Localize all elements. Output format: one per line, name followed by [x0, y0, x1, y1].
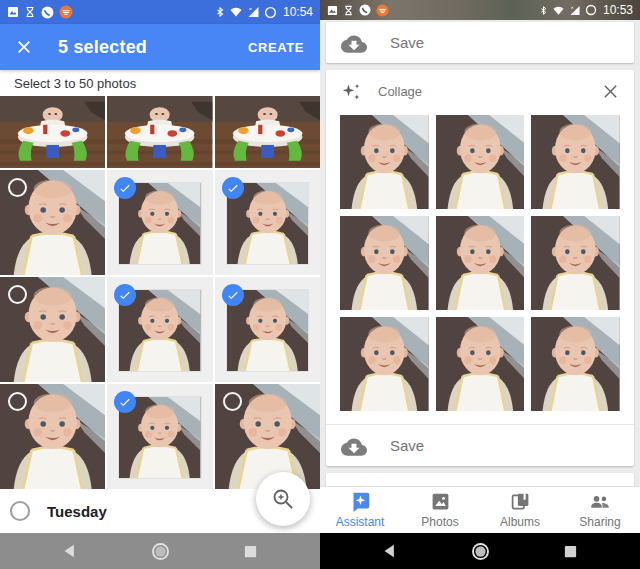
system-status-icons: 10:53 [539, 3, 633, 17]
left-phone-screen: 10:54 5 selected CREATE Select 3 to 50 p… [0, 0, 320, 569]
phone-notification-icon [359, 4, 371, 16]
bluetooth-icon [539, 5, 548, 16]
photo-cell[interactable] [107, 170, 212, 275]
assistant-icon [350, 491, 371, 512]
photo-selection-grid [0, 96, 320, 489]
unselected-circle-icon[interactable] [8, 392, 27, 411]
right-phone-screen: 10:53 Save Collage [320, 0, 640, 569]
photo-cell[interactable] [0, 277, 105, 382]
cell-signal-icon [569, 5, 581, 16]
tab-assistant[interactable]: Assistant [320, 487, 400, 533]
collage-photo [531, 317, 620, 411]
screenshot-canvas: 10:54 5 selected CREATE Select 3 to 50 p… [0, 0, 640, 569]
collage-title: Collage [378, 84, 422, 99]
selected-check-icon[interactable] [222, 284, 244, 306]
left-android-nav-bar [0, 533, 320, 569]
dismiss-collage-icon[interactable] [602, 83, 619, 100]
selection-count-title: 5 selected [58, 37, 147, 58]
photo-cell[interactable] [107, 96, 212, 168]
save-label: Save [390, 34, 424, 51]
photo-cell[interactable] [0, 384, 105, 489]
tab-label: Albums [500, 515, 540, 529]
collage-card: Collage [326, 70, 634, 466]
close-selection-icon[interactable] [16, 39, 32, 55]
unselected-circle-icon[interactable] [223, 392, 242, 411]
tab-label: Sharing [579, 515, 620, 529]
photo-thumbnail [215, 96, 320, 168]
cloud-save-icon [341, 33, 367, 53]
collage-photo [340, 317, 429, 411]
tab-label: Photos [421, 515, 458, 529]
selected-check-icon[interactable] [222, 177, 244, 199]
albums-icon [510, 491, 531, 512]
sharing-icon [589, 491, 611, 512]
collage-photo [436, 216, 525, 310]
right-status-bar: 10:53 [320, 0, 640, 20]
save-label: Save [390, 437, 424, 454]
photo-cell[interactable] [0, 96, 105, 168]
data-saver-icon [585, 4, 597, 16]
auto-awesome-icon [341, 82, 361, 102]
photos-notification-icon [7, 6, 19, 18]
right-status-bar-backdrop: 10:53 [320, 0, 640, 20]
photo-thumbnail [107, 96, 212, 168]
bluetooth-icon [215, 6, 225, 18]
photos-notification-icon [327, 5, 338, 16]
cloud-save-icon [341, 436, 367, 456]
wifi-icon [552, 5, 565, 16]
create-button[interactable]: CREATE [248, 40, 304, 55]
clock: 10:53 [603, 3, 633, 17]
back-button[interactable] [382, 543, 397, 559]
tab-label: Assistant [336, 515, 385, 529]
save-card-bottom[interactable]: Save [326, 425, 634, 466]
tab-sharing[interactable]: Sharing [560, 487, 640, 533]
photo-cell[interactable] [107, 277, 212, 382]
wifi-icon [229, 6, 243, 18]
collage-photo [340, 115, 429, 209]
photo-cell[interactable] [0, 170, 105, 275]
collage-photo [436, 115, 525, 209]
home-button[interactable] [471, 542, 490, 561]
collage-preview-grid[interactable] [326, 113, 634, 424]
selection-app-bar: 5 selected CREATE [0, 24, 320, 70]
back-button[interactable] [62, 543, 77, 559]
collage-photo [340, 216, 429, 310]
left-status-bar: 10:54 [0, 0, 320, 24]
photos-bottom-nav: Assistant Photos Albums Sharing [320, 486, 640, 533]
hourglass-icon [343, 5, 354, 16]
collage-photo [436, 317, 525, 411]
zoom-in-icon [271, 487, 295, 511]
date-select-circle-icon[interactable] [10, 501, 30, 521]
right-android-nav-bar [320, 533, 640, 569]
photo-cell[interactable] [215, 277, 320, 382]
tab-albums[interactable]: Albums [480, 487, 560, 533]
zoom-fab[interactable] [256, 472, 310, 526]
tab-photos[interactable]: Photos [400, 487, 480, 533]
photos-icon [430, 491, 451, 512]
collage-card-header: Collage [326, 70, 634, 113]
phone-notification-icon [41, 6, 54, 19]
hourglass-icon [24, 6, 36, 18]
unselected-circle-icon[interactable] [8, 178, 27, 197]
notification-icons [7, 5, 73, 19]
selection-instruction: Select 3 to 50 photos [0, 70, 320, 96]
collage-photo [531, 216, 620, 310]
save-card-top[interactable]: Save [326, 22, 634, 63]
assistant-card-list: Save Collage [320, 20, 640, 486]
photo-cell[interactable] [107, 384, 212, 489]
clock: 10:54 [283, 5, 313, 19]
recents-button[interactable] [243, 544, 258, 559]
photo-cell[interactable] [215, 96, 320, 168]
collage-photo [531, 115, 620, 209]
photo-thumbnail [0, 96, 105, 168]
photo-cell[interactable] [215, 384, 320, 489]
unselected-circle-icon[interactable] [8, 285, 27, 304]
date-label: Tuesday [47, 503, 107, 520]
photo-cell[interactable] [215, 170, 320, 275]
system-status-icons: 10:54 [215, 5, 313, 19]
cell-signal-icon [247, 6, 260, 18]
next-card-partial [326, 473, 634, 486]
home-button[interactable] [151, 542, 170, 561]
notification-icons [327, 4, 389, 17]
recents-button[interactable] [563, 544, 578, 559]
